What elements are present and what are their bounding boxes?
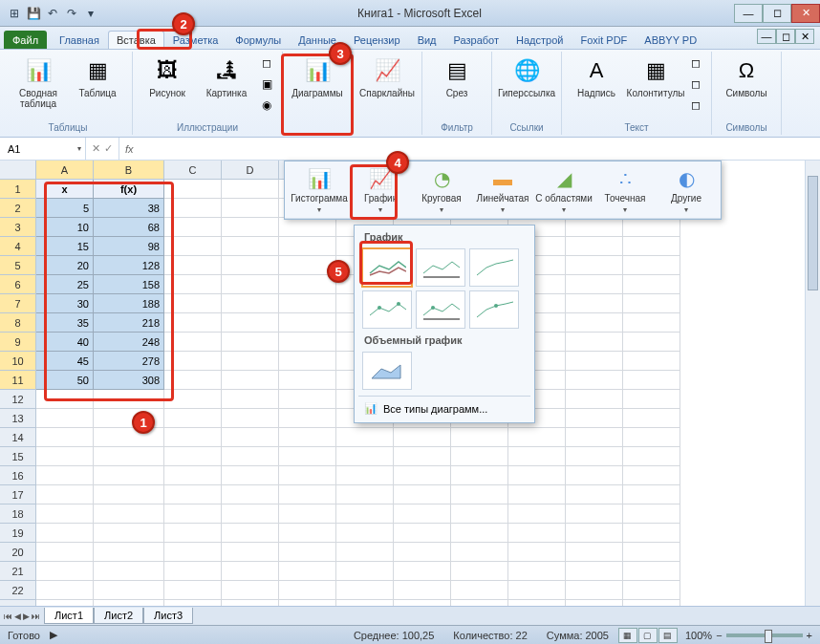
cell-K19[interactable] (623, 524, 680, 543)
cell-A19[interactable] (36, 524, 94, 543)
doc-restore-button[interactable]: ◻ (776, 29, 795, 44)
ribbon-рисунок-button[interactable]: 🖼Рисунок (139, 54, 196, 100)
cell-B6[interactable]: 158 (94, 275, 164, 294)
cell-G22[interactable] (394, 581, 451, 600)
cell-B7[interactable]: 188 (94, 294, 164, 313)
cell-B10[interactable]: 278 (94, 352, 164, 371)
line-chart-option-5[interactable] (416, 290, 465, 329)
qat-more-icon[interactable]: ▾ (82, 5, 99, 22)
cell-A14[interactable] (36, 428, 94, 447)
maximize-button[interactable]: ◻ (763, 4, 791, 23)
zoom-out-button[interactable]: − (716, 630, 722, 641)
cell-E12[interactable] (279, 390, 336, 409)
cell-F21[interactable] (336, 562, 394, 581)
cell-E10[interactable] (279, 352, 336, 371)
tab-рецензир[interactable]: Рецензир (345, 31, 409, 49)
ribbon-срез-button[interactable]: ▤Срез (428, 54, 486, 100)
row-header-10[interactable]: 10 (0, 352, 36, 371)
cell-D4[interactable] (222, 237, 279, 256)
ribbon-small-button[interactable]: ◻ (686, 96, 705, 115)
cell-G18[interactable] (394, 504, 451, 524)
cell-I20[interactable] (508, 543, 566, 562)
cell-I19[interactable] (508, 524, 566, 543)
cell-F22[interactable] (336, 581, 394, 600)
cell-K6[interactable] (623, 275, 680, 294)
cell-A10[interactable]: 45 (36, 352, 94, 371)
cell-B20[interactable] (94, 543, 164, 562)
cell-J13[interactable] (566, 409, 623, 428)
cell-K7[interactable] (623, 294, 680, 313)
cell-G17[interactable] (394, 485, 451, 504)
cell-E4[interactable] (279, 237, 336, 256)
vertical-scrollbar[interactable] (805, 161, 820, 627)
redo-icon[interactable]: ↷ (63, 5, 80, 22)
tab-формулы[interactable]: Формулы (227, 31, 290, 49)
cell-E8[interactable] (279, 313, 336, 333)
cell-J5[interactable] (566, 256, 623, 275)
cell-C18[interactable] (164, 504, 222, 524)
cell-C8[interactable] (164, 313, 222, 333)
undo-icon[interactable]: ↶ (44, 5, 61, 22)
cell-I17[interactable] (508, 485, 566, 504)
cell-C2[interactable] (164, 199, 222, 218)
cell-A7[interactable]: 30 (36, 294, 94, 313)
column-header-C[interactable]: C (164, 161, 222, 180)
ribbon-картинка-button[interactable]: 🏞Картинка (198, 54, 255, 100)
cell-K14[interactable] (623, 428, 680, 447)
cell-K16[interactable] (623, 466, 680, 485)
cell-H19[interactable] (451, 524, 508, 543)
row-header-12[interactable]: 12 (0, 390, 36, 409)
cell-C17[interactable] (164, 485, 222, 504)
cell-J4[interactable] (566, 237, 623, 256)
cell-J7[interactable] (566, 294, 623, 313)
cell-D10[interactable] (222, 352, 279, 371)
line-chart-option-1[interactable] (362, 248, 412, 287)
line-3d-option[interactable] (362, 352, 412, 390)
cell-E3[interactable] (279, 218, 336, 237)
cell-K10[interactable] (623, 352, 680, 371)
doc-close-button[interactable]: ✕ (795, 29, 814, 44)
ribbon-колонтитулы-button[interactable]: ▦Колонтитулы (627, 54, 684, 100)
cell-A17[interactable] (36, 485, 94, 504)
cell-B17[interactable] (94, 485, 164, 504)
cell-K9[interactable] (623, 333, 680, 352)
row-header-13[interactable]: 13 (0, 409, 36, 428)
row-header-3[interactable]: 3 (0, 218, 36, 237)
row-header-20[interactable]: 20 (0, 543, 36, 562)
zoom-level[interactable]: 100% (685, 630, 712, 641)
cell-J16[interactable] (566, 466, 623, 485)
close-button[interactable]: ✕ (791, 4, 820, 23)
cell-H15[interactable] (451, 447, 508, 466)
cell-K17[interactable] (623, 485, 680, 504)
cell-A18[interactable] (36, 504, 94, 524)
cell-E20[interactable] (279, 543, 336, 562)
cell-D16[interactable] (222, 466, 279, 485)
cell-K22[interactable] (623, 581, 680, 600)
cell-J20[interactable] (566, 543, 623, 562)
cell-D9[interactable] (222, 333, 279, 352)
cell-H21[interactable] (451, 562, 508, 581)
sheet-tab-лист3[interactable]: Лист3 (143, 608, 193, 624)
row-header-14[interactable]: 14 (0, 428, 36, 447)
cell-D17[interactable] (222, 485, 279, 504)
cell-H18[interactable] (451, 504, 508, 524)
cell-J15[interactable] (566, 447, 623, 466)
doc-minimize-button[interactable]: — (757, 29, 776, 44)
cell-K15[interactable] (623, 447, 680, 466)
cell-C1[interactable] (164, 180, 222, 199)
column-header-A[interactable]: A (36, 161, 94, 180)
cell-C3[interactable] (164, 218, 222, 237)
cell-C14[interactable] (164, 428, 222, 447)
cell-A22[interactable] (36, 581, 94, 600)
row-header-18[interactable]: 18 (0, 504, 36, 524)
cell-C15[interactable] (164, 447, 222, 466)
cell-K13[interactable] (623, 409, 680, 428)
cell-B5[interactable]: 128 (94, 256, 164, 275)
cell-A1[interactable]: x (36, 180, 94, 199)
cell-J8[interactable] (566, 313, 623, 333)
cell-E21[interactable] (279, 562, 336, 581)
tab-abbyy pd[interactable]: ABBYY PD (636, 31, 705, 49)
cell-A21[interactable] (36, 562, 94, 581)
line-chart-option-3[interactable] (469, 248, 519, 287)
cell-E7[interactable] (279, 294, 336, 313)
